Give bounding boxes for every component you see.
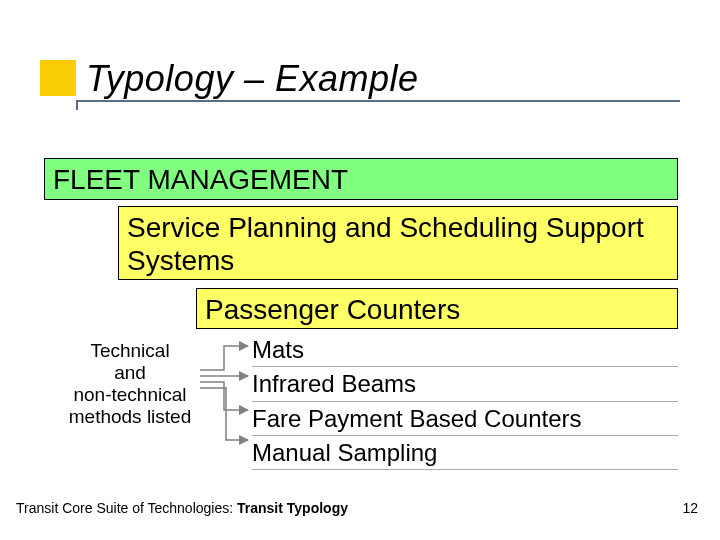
page-number: 12 [682,500,698,516]
box-passenger-label: Passenger Counters [205,294,460,325]
list-item: Fare Payment Based Counters [252,402,678,436]
annotation-line: non-technical [60,384,200,406]
box-fleet-management: FLEET MANAGEMENT [44,158,678,200]
methods-list: Mats Infrared Beams Fare Payment Based C… [252,333,678,470]
box-service-planning: Service Planning and Scheduling Support … [118,206,678,280]
annotation-line: methods listed [60,406,200,428]
footer-prefix: Transit Core Suite of Technologies: [16,500,237,516]
list-item: Manual Sampling [252,436,678,470]
list-item-label: Infrared Beams [252,370,416,397]
box-service-label: Service Planning and Scheduling Support … [127,212,644,276]
list-item-label: Fare Payment Based Counters [252,405,582,432]
list-item: Mats [252,333,678,367]
list-item-label: Mats [252,336,304,363]
list-item-label: Manual Sampling [252,439,437,466]
title-underline [76,100,680,102]
box-passenger-counters: Passenger Counters [196,288,678,329]
title-underline-notch [76,100,78,110]
list-item: Infrared Beams [252,367,678,401]
annotation-line: Technical [60,340,200,362]
footer: Transit Core Suite of Technologies: Tran… [16,500,348,516]
box-fleet-label: FLEET MANAGEMENT [53,164,348,195]
arrow-icon [200,388,248,440]
annotation-line: and [60,362,200,384]
arrow-icon [200,382,248,410]
accent-square [40,60,76,96]
arrow-icon [200,346,248,370]
annotation-block: Technical and non-technical methods list… [60,340,200,427]
slide-title: Typology – Example [86,58,419,100]
footer-bold: Transit Typology [237,500,348,516]
